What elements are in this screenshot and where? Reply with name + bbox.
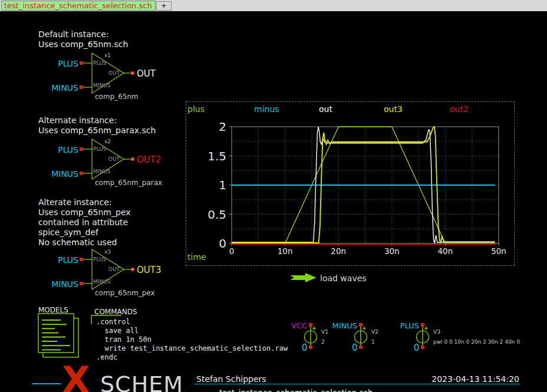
xschem-window: test_instance_schematic_selection.sch + … [0,0,547,392]
comparator-instance-x3[interactable]: PLUS MINUS PLUS MINUS OUT x3 OUT3 comp_6… [56,246,180,300]
net-label-plus[interactable]: PLUS [49,59,78,68]
x-axis-label: time [187,252,206,262]
launcher-arrow-icon[interactable] [290,273,317,282]
ground-net-label[interactable]: 0 [302,342,308,353]
tab-current[interactable]: test_instance_schematic_selection.sch [1,1,156,11]
text-line: contained in attribute [38,218,131,228]
symbol-name: comp_65nm_pex [95,289,155,297]
symbol-pin-out: OUT [103,266,120,272]
y-tick-label: 1 [219,178,226,192]
symbol-name: comp_65nm_parax [95,179,162,187]
net-label-plus[interactable]: PLUS [49,145,78,154]
text-line: Alternate instance: [38,116,156,126]
net-label-minus[interactable]: MINUS [49,279,78,289]
legend-item-minus[interactable]: minus [254,104,279,114]
text-line: Default instance: [38,29,128,39]
x-tick-label: 30n [384,246,400,256]
voltage-source-v3[interactable]: PLUS V3 pwl 0 0 10n 0 20n 2 30n 2 40n 0 … [407,321,454,352]
titleblock-line [32,383,61,384]
y-tick-label: 1.5 [207,149,226,163]
symbol-pin-plus: PLUS [93,146,106,152]
instance2-note: Alternate instance:Uses comp_65nm_parax.… [38,116,156,136]
comparator-instance-x2[interactable]: PLUS MINUS PLUS MINUS OUT x2 OUT2 comp_6… [56,136,180,190]
net-label-plus[interactable]: PLUS [365,321,419,330]
symbol-pin-plus: PLUS [93,60,106,66]
source-value: 1 [371,339,375,345]
x-tick-label: 50n [491,246,506,256]
y-tick-label: 0 [219,236,226,251]
symbol-pin-out: OUT [103,156,120,162]
text-line: Uses comp_65nm_pex [38,207,131,218]
net-label-minus[interactable]: MINUS [49,169,78,179]
text-line: Uses comp_65nm_parax.sch [38,126,156,136]
schematic-canvas[interactable]: Default instance:Uses comp_65nm.sch PLUS… [0,11,547,392]
x-tick-label: 10n [278,246,293,256]
models-document-icon[interactable] [37,312,84,363]
timestamp: 2023-04-13 11:54:20 [399,374,519,384]
text-line: .endc [96,353,288,362]
symbol-pin-minus: MINUS [93,279,110,285]
symbol-pin-plus: PLUS [93,256,106,262]
output-net-label[interactable]: OUT3 [137,265,162,275]
xschem-logo-x: X [62,363,90,392]
legend-item-out[interactable]: out [319,104,332,114]
titleblock-underline [195,384,519,384]
symbol-pin-minus: MINUS [93,169,110,174]
text-line: tran 1n 50n [96,335,288,344]
instance1-note: Default instance:Uses comp_65nm.sch [38,29,128,50]
tab-bar: test_instance_schematic_selection.sch + [0,0,547,11]
instance-designator: x1 [104,52,111,58]
instance-designator: x2 [104,139,111,144]
ground-net-label[interactable]: 0 [352,342,358,353]
text-line: write test_instance_schematic_selection.… [96,344,288,353]
schematic-filename: test_instance_schematic_selection.sch [219,388,373,392]
output-net-label[interactable]: OUT [137,68,156,79]
source-designator: V3 [433,329,440,335]
waveform-graph[interactable]: plusminusoutout3out2 010n20n30n40n50n00.… [186,101,515,266]
net-label-minus[interactable]: MINUS [49,83,78,93]
x-tick-label: 40n [438,246,453,256]
legend-item-out3[interactable]: out3 [384,104,403,114]
xschem-logo-text: SCHEM [100,373,183,392]
output-net-label[interactable]: OUT2 [137,154,162,165]
load-waves-launcher[interactable]: load waves [320,274,367,283]
legend-item-out2[interactable]: out2 [450,104,469,114]
ground-net-label[interactable]: 0 [414,342,420,353]
source-value: pwl 0 0 10n 0 20n 2 30n 2 40n 0 [433,339,520,345]
y-tick-label: 0.5 [207,207,226,222]
x-tick-label: 20n [331,246,346,256]
net-label-plus[interactable]: PLUS [49,255,78,265]
text-line: Alterate instance: [38,197,131,207]
text-line: Uses comp_65nm.sch [38,39,128,50]
source-value: 2 [321,339,325,345]
text-line: spice_sym_def [38,228,131,238]
x-tick-label: 0 [229,246,235,256]
new-tab-button[interactable]: + [156,1,172,11]
symbol-pin-minus: MINUS [93,83,110,88]
comparator-instance-x1[interactable]: PLUS MINUS PLUS MINUS OUT x1 OUT comp_65… [56,50,180,104]
y-tick-label: 2 [219,120,226,134]
instance-designator: x3 [104,249,111,255]
symbol-name: comp_65nm [95,93,139,101]
symbol-pin-out: OUT [103,70,120,76]
instance3-note: Alterate instance:Uses comp_65nm_pexcont… [38,197,131,248]
legend-item-plus[interactable]: plus [187,104,205,114]
net-label-minus[interactable]: MINUS [304,321,357,330]
author-name: Stefan Schippers [196,374,266,384]
net-label-vcc[interactable]: VCC [253,321,307,330]
waveform-plot-svg: 010n20n30n40n50n00.511.52 [186,102,514,265]
